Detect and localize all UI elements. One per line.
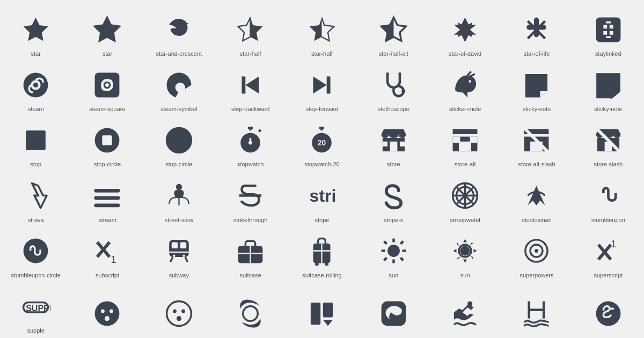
stop-icon xyxy=(17,121,55,159)
svg-point-104 xyxy=(105,316,109,321)
icon-item-star-half-alt: star-half-alt xyxy=(358,5,429,61)
stumbleupon-circle-label: stumbleupon-circle xyxy=(11,272,61,279)
store-alt-label: store-alt xyxy=(455,161,476,168)
icon-item-swift xyxy=(358,282,429,337)
steam-symbol-icon xyxy=(160,66,197,104)
svg-rect-29 xyxy=(174,135,184,145)
icon-item-stethoscope: stethoscope xyxy=(358,61,429,116)
star-icon xyxy=(17,11,55,48)
svg-line-73 xyxy=(185,257,188,262)
svg-rect-27 xyxy=(103,135,112,145)
icon-item-stream: stream xyxy=(71,172,143,227)
svg-point-109 xyxy=(243,306,258,321)
icon-item-stripe: stripe stripe xyxy=(286,172,357,227)
icon-item-staylinked: staylinked xyxy=(573,5,644,61)
icon-item-stumbleupon: stumbleupon xyxy=(573,172,644,227)
icon-item-superpowers: superpowers xyxy=(501,227,572,282)
svg-point-70 xyxy=(173,255,175,258)
icon-item-steam-symbol: steam-symbol xyxy=(143,61,215,116)
steam-square-label: steam-square xyxy=(89,106,125,113)
symfony-icon xyxy=(589,295,627,332)
staylinked-label: staylinked xyxy=(595,50,621,57)
stripe-label: stripe xyxy=(315,217,330,224)
strikethrough-label: strikethrough xyxy=(233,217,268,224)
subway-label: subway xyxy=(169,272,189,279)
steam-icon xyxy=(17,66,55,104)
strava-icon xyxy=(17,177,55,215)
step-forward-label: step-forward xyxy=(305,106,338,113)
svg-text:stripe: stripe xyxy=(310,186,336,205)
icon-item-superscript: 1 superscript xyxy=(573,227,644,282)
icon-item-star: star xyxy=(0,5,71,61)
icon-item-suitcase: suitcase xyxy=(215,227,286,282)
svg-point-21 xyxy=(401,89,405,93)
svg-marker-18 xyxy=(245,76,259,93)
svg-rect-35 xyxy=(390,142,397,151)
icon-item-stopwatch-20: 20 stopwatch-20 xyxy=(286,116,357,171)
icon-item-subway: subway xyxy=(143,227,215,282)
step-backward-icon xyxy=(232,66,269,104)
star-half-alt-icon xyxy=(375,11,412,48)
svg-rect-17 xyxy=(242,76,246,93)
svg-rect-38 xyxy=(453,129,478,134)
svg-text:1: 1 xyxy=(611,238,616,249)
icon-item-symfony xyxy=(573,282,644,337)
swatchbook-icon xyxy=(303,295,341,332)
staylinked-icon xyxy=(589,11,627,48)
icon-item-store-alt-slash: store-alt-slash xyxy=(501,116,572,171)
star-and-crescent-label: star-and-crescent xyxy=(156,50,202,57)
sticky-note-outline-label: sticky-note xyxy=(594,106,623,113)
svg-rect-41 xyxy=(453,137,460,143)
sun-alt-label: sun xyxy=(460,272,470,279)
icon-item-star-and-crescent: star-and-crescent xyxy=(143,5,215,61)
stroopwafel-icon xyxy=(447,177,484,215)
icon-item-swimming-pool xyxy=(501,282,572,337)
svg-line-89 xyxy=(400,241,403,244)
stumbleupon-icon xyxy=(589,177,627,215)
svg-rect-111 xyxy=(323,303,333,318)
icon-item-stop-circle-filled: stop-circle xyxy=(71,116,143,171)
icon-item-studiovinari: studiovinari xyxy=(501,172,572,227)
icon-item-strikethrough: strikethrough xyxy=(215,172,286,227)
icon-item-star-half: star-half xyxy=(215,5,286,61)
svg-line-90 xyxy=(384,258,386,261)
superscript-icon: 1 xyxy=(589,232,627,270)
svg-line-88 xyxy=(400,258,403,261)
icon-item-sticky-note-outline: sticky-note xyxy=(573,61,644,116)
svg-point-101 xyxy=(95,301,120,326)
svg-rect-66 xyxy=(169,240,189,257)
subscript-label: subscript xyxy=(96,272,119,279)
stop-circle-filled-icon xyxy=(89,121,126,159)
swift-icon xyxy=(375,295,412,332)
star-of-david-label: star-of-david xyxy=(449,50,481,57)
sun-alt-icon xyxy=(447,232,484,270)
svg-marker-20 xyxy=(313,76,327,93)
icon-item-swimmer xyxy=(429,282,501,337)
icon-item-sticker-mule: sticker-mule xyxy=(429,61,501,116)
steam-label: steam xyxy=(28,106,44,113)
store-label: store xyxy=(387,161,400,168)
icon-item-star-of-david: star-of-david xyxy=(429,5,501,61)
svg-point-53 xyxy=(176,184,182,190)
sun-label: sun xyxy=(389,272,398,279)
svg-point-105 xyxy=(166,301,191,326)
icon-item-store: store xyxy=(358,116,429,171)
stripe-s-icon xyxy=(375,177,412,215)
sun-icon xyxy=(375,232,412,270)
swimming-pool-icon xyxy=(518,295,555,332)
store-icon xyxy=(375,121,412,159)
svg-point-15 xyxy=(106,83,109,87)
sticky-note-icon xyxy=(518,66,555,104)
icon-item-sun-alt: sun xyxy=(429,227,501,282)
step-forward-icon xyxy=(303,66,341,104)
icon-item-sticky-note: sticky-note xyxy=(501,61,572,116)
icon-item-sun: sun xyxy=(358,227,429,282)
stop-circle-filled-label: stop-circle xyxy=(94,161,121,168)
icon-item-subscript: 1 subscript xyxy=(71,227,143,282)
store-alt-icon xyxy=(447,121,484,159)
svg-point-103 xyxy=(110,309,114,313)
steam-symbol-label: steam-symbol xyxy=(160,106,197,113)
svg-rect-25 xyxy=(26,130,46,150)
icon-item-suse xyxy=(215,282,286,337)
icon-item-star-of-life: star-of-life xyxy=(501,5,572,61)
